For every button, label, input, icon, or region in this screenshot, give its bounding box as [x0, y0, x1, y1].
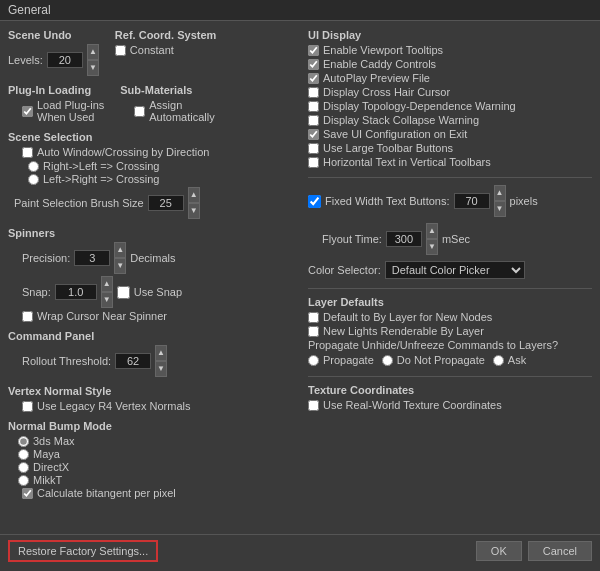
vertex-normal-label: Vertex Normal Style: [8, 385, 298, 397]
color-selector-label: Color Selector:: [308, 264, 381, 276]
load-plugins-label: Load Plug-ins When Used: [37, 99, 104, 123]
calc-bitangent-checkbox[interactable]: [22, 488, 33, 499]
snap-up-btn[interactable]: ▲: [101, 276, 113, 292]
levels-input[interactable]: [47, 52, 83, 68]
crosshair-label: Display Cross Hair Cursor: [323, 86, 450, 98]
ok-button[interactable]: OK: [476, 541, 522, 561]
lights-renderable-checkbox[interactable]: [308, 326, 319, 337]
paint-up-btn[interactable]: ▲: [188, 187, 200, 203]
right-panel: UI Display Enable Viewport Tooltips Enab…: [308, 29, 592, 526]
precision-label: Precision:: [22, 252, 70, 264]
horizontal-text-checkbox[interactable]: [308, 157, 319, 168]
realworld-texture-checkbox[interactable]: [308, 400, 319, 411]
color-selector-select[interactable]: Default Color Picker: [385, 261, 525, 279]
normal-bump-group: Normal Bump Mode 3ds Max Maya DirectX Mi…: [8, 420, 298, 501]
assign-auto-label: Assign Automatically: [149, 99, 214, 123]
prec-down-btn[interactable]: ▼: [114, 258, 126, 274]
texture-coords-group: Texture Coordinates Use Real-World Textu…: [308, 384, 592, 413]
paint-label: Paint Selection Brush Size: [14, 197, 144, 209]
fixed-width-checkbox[interactable]: [308, 195, 321, 208]
propagate-radio[interactable]: [308, 355, 319, 366]
left-right-radio[interactable]: [28, 174, 39, 185]
propagate-desc: Propagate Unhide/Unfreeze Commands to La…: [308, 339, 592, 351]
levels-down-btn[interactable]: ▼: [87, 60, 99, 76]
fixed-width-down-btn[interactable]: ▼: [494, 201, 506, 217]
bump-directx-radio[interactable]: [18, 462, 29, 473]
bump-mikkt-radio[interactable]: [18, 475, 29, 486]
default-bylayer-label: Default to By Layer for New Nodes: [323, 311, 492, 323]
autoplay-checkbox[interactable]: [308, 73, 319, 84]
command-panel-label: Command Panel: [8, 330, 298, 342]
propagate-label: Propagate: [323, 354, 374, 366]
bump-3dsmax-label: 3ds Max: [33, 435, 75, 447]
rollout-input[interactable]: [115, 353, 151, 369]
caddy-controls-checkbox[interactable]: [308, 59, 319, 70]
horizontal-text-label: Horizontal Text in Vertical Toolbars: [323, 156, 491, 168]
levels-label: Levels:: [8, 54, 43, 66]
rollout-down-btn[interactable]: ▼: [155, 361, 167, 377]
assign-auto-checkbox[interactable]: [134, 106, 145, 117]
auto-window-label: Auto Window/Crossing by Direction: [37, 146, 209, 158]
stack-collapse-checkbox[interactable]: [308, 115, 319, 126]
constant-checkbox[interactable]: [115, 45, 126, 56]
sub-materials-group: Sub-Materials Assign Automatically: [120, 84, 214, 125]
use-snap-checkbox[interactable]: [117, 286, 130, 299]
scene-undo-group: Scene Undo Levels: ▲ ▼: [8, 29, 99, 78]
normal-bump-label: Normal Bump Mode: [8, 420, 298, 432]
topology-checkbox[interactable]: [308, 101, 319, 112]
levels-up-btn[interactable]: ▲: [87, 44, 99, 60]
legacy-r4-checkbox[interactable]: [22, 401, 33, 412]
plugin-loading-group: Plug-In Loading Load Plug-ins When Used: [8, 84, 104, 125]
scene-undo-label: Scene Undo: [8, 29, 99, 41]
fixed-width-up-btn[interactable]: ▲: [494, 185, 506, 201]
ref-coord-group: Ref. Coord. System Constant: [115, 29, 216, 58]
plugin-label: Plug-In Loading: [8, 84, 104, 96]
snap-down-btn[interactable]: ▼: [101, 292, 113, 308]
restore-factory-button[interactable]: Restore Factory Settings...: [8, 540, 158, 562]
right-left-label: Right->Left => Crossing: [43, 160, 159, 172]
flyout-input[interactable]: [386, 231, 422, 247]
viewport-tooltips-label: Enable Viewport Tooltips: [323, 44, 443, 56]
calc-bitangent-label: Calculate bitangent per pixel: [37, 487, 176, 499]
ref-coord-label: Ref. Coord. System: [115, 29, 216, 41]
auto-window-checkbox[interactable]: [22, 147, 33, 158]
vertex-normal-group: Vertex Normal Style Use Legacy R4 Vertex…: [8, 385, 298, 414]
decimals-label: Decimals: [130, 252, 175, 264]
flyout-down-btn[interactable]: ▼: [426, 239, 438, 255]
large-toolbar-label: Use Large Toolbar Buttons: [323, 142, 453, 154]
sub-mat-label: Sub-Materials: [120, 84, 214, 96]
ask-radio[interactable]: [493, 355, 504, 366]
fixed-width-input[interactable]: [454, 193, 490, 209]
paint-input[interactable]: [148, 195, 184, 211]
stack-collapse-label: Display Stack Collapse Warning: [323, 114, 479, 126]
bump-mikkt-label: MikkT: [33, 474, 62, 486]
snap-input[interactable]: [55, 284, 97, 300]
msec-label: mSec: [442, 233, 470, 245]
save-ui-label: Save UI Configuration on Exit: [323, 128, 467, 140]
save-ui-checkbox[interactable]: [308, 129, 319, 140]
realworld-texture-label: Use Real-World Texture Coordinates: [323, 399, 502, 411]
precision-input[interactable]: [74, 250, 110, 266]
left-panel: Scene Undo Levels: ▲ ▼ Ref. Coord. Syste…: [8, 29, 298, 526]
bump-maya-radio[interactable]: [18, 449, 29, 460]
wrap-cursor-checkbox[interactable]: [22, 311, 33, 322]
crosshair-checkbox[interactable]: [308, 87, 319, 98]
ui-display-label: UI Display: [308, 29, 592, 41]
right-left-radio[interactable]: [28, 161, 39, 172]
flyout-up-btn[interactable]: ▲: [426, 223, 438, 239]
paint-down-btn[interactable]: ▼: [188, 203, 200, 219]
rollout-up-btn[interactable]: ▲: [155, 345, 167, 361]
pixels-label: pixels: [510, 195, 538, 207]
ask-label: Ask: [508, 354, 526, 366]
large-toolbar-checkbox[interactable]: [308, 143, 319, 154]
donot-propagate-radio[interactable]: [382, 355, 393, 366]
default-bylayer-checkbox[interactable]: [308, 312, 319, 323]
viewport-tooltips-checkbox[interactable]: [308, 45, 319, 56]
wrap-cursor-label: Wrap Cursor Near Spinner: [37, 310, 167, 322]
bump-3dsmax-radio[interactable]: [18, 436, 29, 447]
load-plugins-checkbox[interactable]: [22, 106, 33, 117]
prec-up-btn[interactable]: ▲: [114, 242, 126, 258]
layer-defaults-group: Layer Defaults Default to By Layer for N…: [308, 296, 592, 369]
ok-cancel-group: OK Cancel: [476, 541, 592, 561]
cancel-button[interactable]: Cancel: [528, 541, 592, 561]
